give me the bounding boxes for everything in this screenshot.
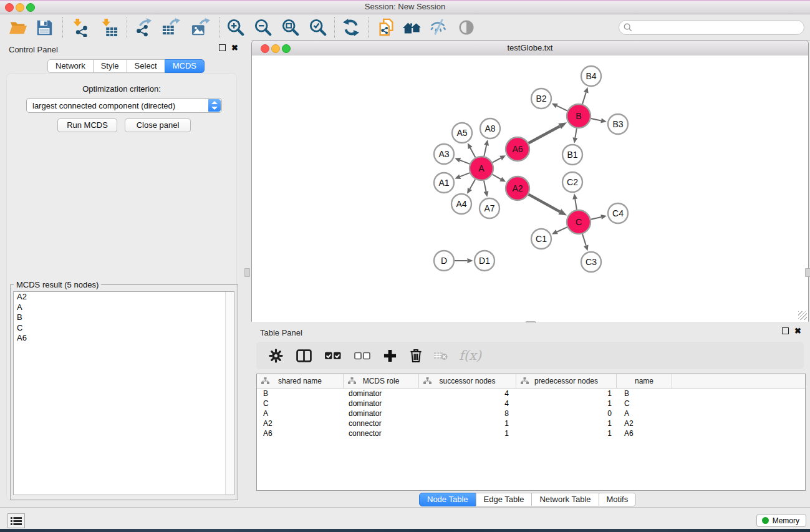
- table-cell: 1: [516, 428, 617, 438]
- window-title: Session: New Session: [0, 2, 810, 11]
- zoom-fit-icon[interactable]: [281, 18, 300, 37]
- network-window-title: testGlobe.txt: [252, 43, 808, 52]
- network-window-titlebar[interactable]: testGlobe.txt: [252, 41, 808, 56]
- edge-A-A4[interactable]: [470, 179, 475, 189]
- result-list-item[interactable]: B: [14, 312, 234, 323]
- arrowhead-icon: [584, 87, 589, 94]
- column-header-predecessor-nodes[interactable]: predecessor nodes: [516, 374, 617, 388]
- close-panel-button[interactable]: Close panel: [125, 118, 191, 132]
- memory-button[interactable]: Memory: [756, 514, 806, 527]
- edge-A2-C[interactable]: [529, 195, 560, 212]
- tab-node-table[interactable]: Node Table: [419, 493, 476, 506]
- table-row[interactable]: A6connector11A6: [257, 428, 805, 438]
- edge-A-A7[interactable]: [484, 181, 486, 191]
- search-field[interactable]: [619, 20, 804, 35]
- table-header-row: shared nameMCDS rolesuccessor nodesprede…: [257, 374, 805, 389]
- table-cell: A: [617, 409, 672, 418]
- tab-mcds[interactable]: MCDS: [165, 59, 205, 73]
- import-table-icon[interactable]: [99, 18, 118, 37]
- search-input[interactable]: [635, 21, 800, 34]
- result-list-item[interactable]: A: [14, 302, 234, 313]
- table-cell: 4: [419, 389, 516, 399]
- edge-C-C2[interactable]: [575, 199, 577, 210]
- hide-selected-icon[interactable]: [430, 18, 448, 37]
- tab-edge-table[interactable]: Edge Table: [476, 493, 533, 506]
- function-builder-icon[interactable]: f(x): [459, 348, 481, 363]
- column-header-mcds-role[interactable]: MCDS role: [344, 374, 419, 388]
- edge-A-A3[interactable]: [460, 160, 470, 164]
- result-list-item[interactable]: C: [14, 323, 234, 334]
- edge-A-A6[interactable]: [493, 158, 501, 162]
- tab-motifs[interactable]: Motifs: [599, 493, 637, 506]
- edge-A6-B[interactable]: [529, 126, 560, 143]
- arrowhead-icon: [572, 137, 577, 143]
- resize-grip-icon[interactable]: [798, 311, 807, 320]
- edge-A-A2[interactable]: [493, 175, 501, 180]
- table-cell: dominator: [344, 389, 419, 399]
- float-table-panel-icon[interactable]: [782, 327, 789, 334]
- select-all-columns-icon[interactable]: [325, 351, 341, 360]
- column-header-successor-nodes[interactable]: successor nodes: [419, 374, 516, 388]
- new-network-from-selection-icon[interactable]: [377, 18, 396, 37]
- node-label-A6: A6: [512, 144, 523, 154]
- export-table-icon[interactable]: [162, 18, 181, 37]
- edge-B-B2[interactable]: [557, 106, 567, 111]
- network-graph[interactable]: AA1A2A3A4A5A6A7A8BB1B2B3B4CC1C2C3C4DD1: [252, 56, 808, 322]
- first-neighbors-icon[interactable]: [402, 18, 421, 37]
- zoom-selected-icon[interactable]: [309, 18, 327, 37]
- mcds-result-list[interactable]: A2ABCA6: [13, 291, 234, 495]
- save-session-icon[interactable]: [35, 18, 54, 37]
- edge-C-C3[interactable]: [582, 234, 586, 246]
- tab-style[interactable]: Style: [93, 59, 127, 73]
- criterion-select[interactable]: largest connected component (directed): [26, 98, 222, 113]
- edge-C-C4[interactable]: [591, 217, 602, 220]
- node-label-D: D: [441, 256, 447, 266]
- run-mcds-button[interactable]: Run MCDS: [57, 118, 117, 132]
- show-graphics-details-icon[interactable]: [457, 18, 476, 37]
- gear-icon[interactable]: [269, 349, 283, 363]
- open-session-icon[interactable]: [9, 18, 27, 37]
- table-row[interactable]: Cdominator41C: [257, 399, 805, 409]
- arrowhead-icon: [484, 140, 489, 146]
- column-header-name[interactable]: name: [617, 374, 672, 388]
- zoom-in-icon[interactable]: [226, 18, 245, 37]
- edge-B-B3[interactable]: [591, 118, 601, 120]
- column-header-shared-name[interactable]: shared name: [257, 374, 344, 388]
- export-network-icon[interactable]: [134, 18, 153, 37]
- export-image-icon[interactable]: [191, 18, 210, 37]
- edge-C-C1[interactable]: [557, 227, 567, 232]
- scrollbar-track[interactable]: [225, 292, 234, 495]
- tab-network[interactable]: Network: [47, 59, 94, 73]
- close-panel-icon[interactable]: ✖: [231, 44, 238, 51]
- table-row[interactable]: Bdominator41B: [257, 389, 805, 399]
- delete-table-icon[interactable]: [434, 351, 448, 360]
- trash-icon[interactable]: [410, 349, 422, 363]
- edge-A-A5[interactable]: [470, 148, 475, 157]
- tab-network-table[interactable]: Network Table: [531, 493, 599, 506]
- table-panel-title: Table Panel: [260, 328, 302, 337]
- table-row[interactable]: Adominator80A: [257, 409, 805, 418]
- result-list-item[interactable]: A2: [14, 292, 234, 302]
- edge-A-A1[interactable]: [460, 173, 470, 177]
- table-row[interactable]: A2connector11A2: [257, 418, 805, 428]
- deselect-all-columns-icon[interactable]: [354, 351, 370, 360]
- import-network-icon[interactable]: [70, 18, 89, 37]
- edge-A-A8[interactable]: [484, 145, 486, 157]
- refresh-layout-icon[interactable]: [342, 18, 360, 37]
- network-canvas[interactable]: AA1A2A3A4A5A6A7A8BB1B2B3B4CC1C2C3C4DD1: [252, 56, 808, 322]
- edge-B-B4[interactable]: [582, 92, 586, 104]
- network-view-window: testGlobe.txt AA1A2A3A4A5A6A7A8BB1B2B3B4…: [251, 40, 809, 322]
- tab-select[interactable]: Select: [127, 59, 165, 73]
- divider-handle[interactable]: [244, 268, 250, 277]
- edge-B-B1[interactable]: [575, 128, 576, 138]
- right-divider-handle[interactable]: [805, 268, 810, 277]
- vertical-split-divider[interactable]: [243, 40, 251, 507]
- zoom-out-icon[interactable]: [254, 18, 272, 37]
- result-list-item[interactable]: A6: [14, 333, 234, 344]
- close-table-panel-icon[interactable]: ✖: [794, 327, 801, 334]
- task-history-button[interactable]: [7, 513, 25, 528]
- arrowhead-icon: [572, 193, 577, 200]
- split-view-icon[interactable]: [296, 349, 312, 362]
- add-column-icon[interactable]: [383, 349, 397, 362]
- float-panel-icon[interactable]: [219, 44, 226, 51]
